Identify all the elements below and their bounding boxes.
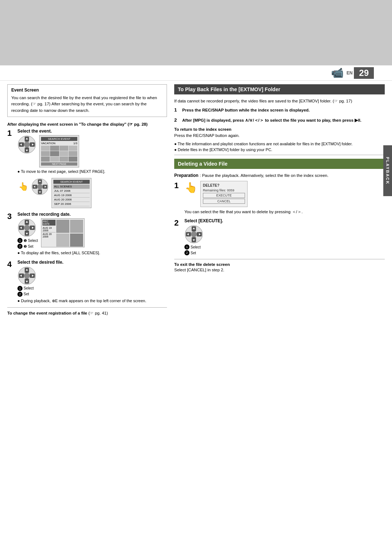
page-number: 29 <box>354 67 374 79</box>
svg-point-15 <box>37 184 43 190</box>
step-4-inner: 1 Select 2 Set <box>17 266 167 297</box>
circle-1-delete: 1 <box>184 244 189 250</box>
delete-section: Deleting a Video File Preparation : Paus… <box>174 159 385 272</box>
dpad-icon-step2 <box>31 178 49 195</box>
select-set-step3: 1 ❶ Select 2 ❷ Set <box>17 238 38 249</box>
extmov-section: To Play Back Files in the [EXTMOV] Folde… <box>174 84 385 152</box>
delete-step1-body: You can select the file that you want to… <box>184 209 385 215</box>
extmov-step2-num: 2 <box>174 117 180 123</box>
step-4-content: Select the desired file. <box>17 260 167 304</box>
return-text: Press the REC/SNAP button again. <box>174 133 385 139</box>
event-screen-body: You can search the desired file by the e… <box>11 95 163 114</box>
step-3-inner: 1 ❶ Select 2 ❷ Set <box>17 218 167 249</box>
dpad-icon-delete <box>184 225 203 244</box>
delete-step2-inner: 1 Select 2 Set <box>184 225 385 255</box>
event-screen-title: Event Screen <box>11 88 163 93</box>
select-label-step4: Select <box>24 286 34 290</box>
dpad-icon-step4 <box>17 266 36 285</box>
svg-point-35 <box>24 273 30 279</box>
extmov-step1: 1 Press the REC/SNAP button while the in… <box>174 107 385 113</box>
dpad-icon-step3 <box>17 218 36 237</box>
select-label-delete: Select <box>191 245 201 249</box>
extmov-step2: 2 After [MPG] is displayed, press ∧/∨/＜/… <box>174 117 385 123</box>
preparation-block: Preparation : Pause the playback. Altern… <box>174 173 385 178</box>
select-set-delete: 1 Select 2 Set <box>184 244 201 255</box>
exit-note-heading: To exit the file delete screen <box>174 262 385 267</box>
se2-row-3: AUG 20 2006 <box>53 198 90 202</box>
rec-date-screen: REC DATE AUG 19 2006 AUG 20 2006 <box>41 218 85 247</box>
delete-remaining: Remaining files: 0059 <box>203 189 245 192</box>
step-1-bullet: To move to the next page, select [NEXT P… <box>17 169 167 174</box>
se-page: 1/3 <box>73 142 77 145</box>
circle-2-step3: 2 <box>17 244 23 249</box>
delete-divider <box>174 259 385 259</box>
extmov-note2: ● Delete files in the [EXTMOV] folder by… <box>174 147 385 152</box>
step-4-number: 4 <box>7 260 15 268</box>
right-column: To Play Back Files in the [EXTMOV] Folde… <box>174 84 385 316</box>
se-grid-1 <box>41 146 77 162</box>
finger-icon-step2: 👆 <box>17 180 30 193</box>
return-subheading: To return to the index screen <box>174 127 385 131</box>
step-1-row: 1 Select the event. <box>7 129 167 174</box>
event-screen-box: Event Screen You can search the desired … <box>7 84 167 117</box>
delete-step2-label: Select [EXECUTE]. <box>184 218 385 223</box>
extmov-step1-text: Press the REC/SNAP button while the inde… <box>182 107 385 113</box>
step-3-row: 3 Select the recording date. <box>7 212 167 256</box>
delete-step2-num: 2 <box>174 219 181 227</box>
se-vacation: VACATION <box>41 142 56 145</box>
set-label-step4: Set <box>24 292 29 296</box>
se-next-btn: NEXT PAGE <box>41 162 77 166</box>
step-3-bullet: To display all the files, select [ALL SC… <box>17 250 167 256</box>
step-1-number: 1 <box>7 129 15 137</box>
main-content: Event Screen You can search the desired … <box>0 81 392 319</box>
step-4-label: Select the desired file. <box>17 260 167 265</box>
circle-2-delete: 2 <box>184 250 189 255</box>
left-column: Event Screen You can search the desired … <box>7 84 167 316</box>
delete-execute-btn: EXECUTE <box>203 193 245 198</box>
delete-heading: Deleting a Video File <box>174 159 385 169</box>
se-title-1: SEARCH EVENT <box>41 137 77 141</box>
step-4-row: 4 Select the desired file. <box>7 260 167 304</box>
finger-icon-delete: 👆 <box>184 181 197 194</box>
svg-point-45 <box>191 231 197 237</box>
step-1-content: Select the event. <box>17 129 167 174</box>
delete-step2-row: 2 Select [EXECUTE]. <box>174 218 385 255</box>
se2-title: SEARCH EVENT <box>53 180 90 184</box>
right-divider-1 <box>174 155 385 155</box>
delete-screen-thumb: DELETE? Remaining files: 0059 EXECUTE CA… <box>200 181 248 207</box>
select-set-step4: 1 Select 2 Set <box>17 286 34 297</box>
extmov-heading: To Play Back Files in the [EXTMOV] Folde… <box>174 84 385 94</box>
step-4-bullet: During playback, ⊕E mark appears on the … <box>17 298 167 304</box>
top-band <box>0 0 392 65</box>
delete-step1-row: 1 👆 DELETE? Remaining files: 0059 EXECUT… <box>174 181 385 215</box>
se2-row-1: JUL 07 2006 <box>53 189 90 193</box>
preparation-label: Preparation <box>174 173 199 178</box>
preparation-text: Pause the playback. Alternatively, selec… <box>202 173 328 178</box>
se2-row-2: AUG 19 2006 <box>53 193 90 198</box>
bottom-note-pgref: (☞ pg. 41) <box>88 311 108 315</box>
step-2-row: 👆 SEARCH E <box>17 178 167 208</box>
delete-cancel-btn: CANCEL <box>203 199 245 204</box>
playback-sidebar: PLAYBACK <box>383 145 392 196</box>
rec-date-left: REC DATE AUG 19 2006 AUG 20 2006 <box>42 220 56 246</box>
en-label: EN <box>347 70 353 76</box>
step-1-label: Select the event. <box>17 129 167 134</box>
delete-screen-title: DELETE? <box>203 183 245 187</box>
extmov-body: If data cannot be recorded properly, the… <box>174 98 385 104</box>
extmov-step1-num: 1 <box>174 107 180 113</box>
extmov-step2-text: After [MPG] is displayed, press ∧/∨/＜/＞ … <box>182 117 385 123</box>
svg-point-5 <box>24 142 30 147</box>
select-label-step3: ❶ Select <box>24 239 38 243</box>
delete-step1-content: 👆 DELETE? Remaining files: 0059 EXECUTE … <box>184 181 385 215</box>
circle-1-step3: 1 <box>17 238 23 243</box>
circle-2-step4: 2 <box>17 292 23 297</box>
delete-step1-num: 1 <box>174 182 181 190</box>
page-container: 📹 EN 29 PLAYBACK Event Screen You can se… <box>0 0 392 555</box>
bottom-note: To change the event registration of a fi… <box>7 311 167 316</box>
delete-step2-content: Select [EXECUTE]. <box>184 218 385 255</box>
search-event-screen-2: SEARCH EVENT ALL SCENES JUL 07 2006 AUG … <box>52 178 91 208</box>
bold-instruction: After displaying the event screen in "To… <box>7 121 167 127</box>
left-divider <box>7 307 167 308</box>
set-label-step3: ❷ Set <box>24 244 33 248</box>
step-3-number: 3 <box>7 212 15 220</box>
